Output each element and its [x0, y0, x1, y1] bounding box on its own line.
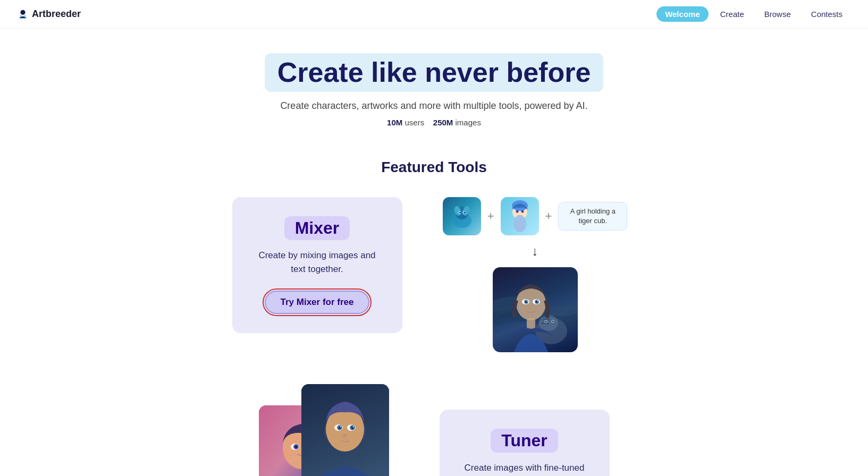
mixer-info-panel: Mixer Create by mixing images and text t…: [232, 197, 402, 333]
users-label: users: [404, 118, 424, 127]
tuner-description: Create images with fine-tuned control.: [461, 461, 588, 476]
arrow-down-icon: ↓: [532, 244, 538, 259]
featured-tools-section: Featured Tools Mixer Create by mixing im…: [115, 148, 753, 476]
mixer-title: Mixer: [284, 216, 350, 240]
images-label: images: [456, 118, 481, 127]
anime-girl-svg: [504, 200, 536, 232]
logo-text: Artbreeder: [32, 8, 81, 20]
nav-links: Welcome Create Browse Contests: [656, 6, 851, 22]
plus-icon-2: +: [545, 209, 552, 223]
tuner-info-panel: Tuner Create images with fine-tuned cont…: [440, 410, 610, 476]
logo[interactable]: Artbreeder: [17, 8, 81, 20]
images-count: 250M: [433, 118, 453, 127]
mixer-cta-button[interactable]: Try Mixer for free: [265, 291, 370, 314]
svg-point-39: [294, 446, 297, 448]
mixer-description: Create by mixing images and text togethe…: [254, 249, 381, 276]
svg-point-0: [20, 10, 25, 14]
svg-point-31: [529, 307, 533, 309]
svg-point-14: [521, 210, 524, 213]
hero-subtitle: Create characters, artworks and more wit…: [0, 100, 868, 112]
anime-girl-placeholder: [501, 197, 539, 235]
tuner-image-front: [301, 384, 389, 476]
svg-point-48: [340, 427, 341, 428]
svg-point-15: [513, 215, 526, 232]
mixer-inputs-row: + +: [443, 197, 628, 235]
svg-point-9: [459, 212, 461, 214]
tuner-demo-images: [259, 384, 408, 476]
nav-tab-welcome[interactable]: Welcome: [656, 6, 709, 22]
mixer-input-image-2: [501, 197, 539, 235]
mixer-demo-panel: + +: [434, 197, 636, 352]
svg-point-13: [516, 210, 518, 213]
tuner-row: Tuner Create images with fine-tuned cont…: [137, 384, 732, 476]
artbreeder-logo-icon: [17, 8, 29, 20]
hero-stats: 10M users 250M images: [0, 118, 868, 127]
mixer-text-prompt: A girl holding a tiger cub.: [558, 202, 627, 231]
featured-title: Featured Tools: [137, 159, 732, 176]
svg-point-30: [537, 301, 538, 302]
users-count: 10M: [387, 118, 402, 127]
tuner-front-svg: [301, 384, 389, 476]
svg-point-2: [24, 15, 26, 17]
svg-point-20: [545, 321, 546, 322]
svg-point-29: [526, 301, 527, 302]
plus-icon-1: +: [487, 209, 494, 223]
blue-dragon-placeholder: [443, 197, 481, 235]
svg-rect-32: [527, 318, 535, 329]
tuner-title: Tuner: [491, 429, 558, 453]
tiger-girl-bg: [493, 267, 578, 352]
dragon-svg: [446, 200, 478, 232]
mixer-input-image-1: [443, 197, 481, 235]
tuner-front-art: [301, 384, 389, 476]
tiger-girl-svg: [493, 267, 578, 352]
svg-point-21: [552, 321, 553, 322]
mixer-output-image: [493, 267, 578, 352]
hero-title: Create like never before: [265, 53, 604, 92]
svg-point-49: [352, 427, 353, 428]
nav-tab-create[interactable]: Create: [712, 6, 753, 22]
mixer-row: Mixer Create by mixing images and text t…: [137, 197, 732, 352]
svg-point-10: [464, 212, 465, 214]
nav-tab-contests[interactable]: Contests: [803, 6, 851, 22]
nav-tab-browse[interactable]: Browse: [756, 6, 799, 22]
navigation: Artbreeder Welcome Create Browse Contest…: [0, 0, 868, 29]
svg-point-1: [20, 15, 22, 17]
svg-point-50: [343, 434, 347, 437]
